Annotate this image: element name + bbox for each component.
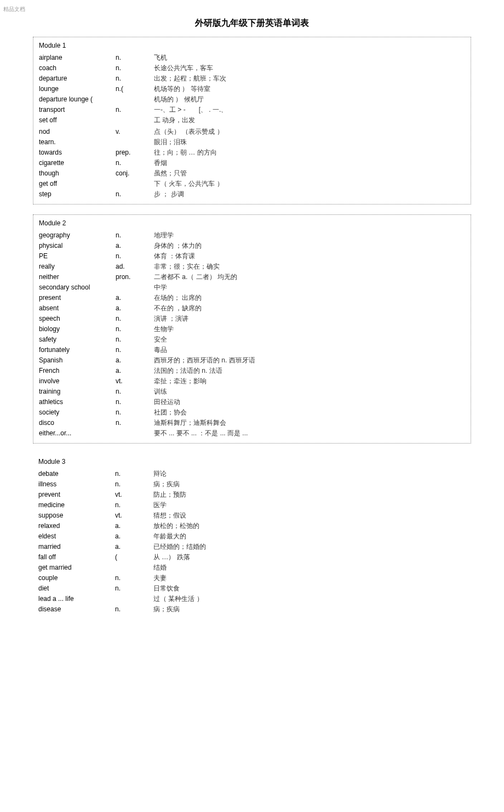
cn-cell: 西班牙的；西班牙语的 n. 西班牙语 — [154, 356, 465, 365]
vocab-row: either...or...要不 ... 要不 ... ：不是 ... 而是 .… — [39, 428, 465, 439]
cn-cell: 辩论 — [153, 469, 466, 479]
vocab-row: marrieda.已经婚的；结婚的 — [38, 542, 466, 552]
cn-cell: 身体的 ；体力的 — [154, 241, 465, 251]
word-cell: eldest — [38, 532, 115, 540]
pos-cell: n. — [115, 584, 153, 592]
word-cell: secondary school — [39, 283, 116, 291]
vocab-row: nodv.点（头） （表示赞成 ） — [39, 127, 465, 137]
vocab-row: safetyn.安全 — [39, 334, 465, 345]
pos-cell: n. — [116, 325, 154, 333]
vocab-row: stepn.步 ； 步调 — [39, 189, 465, 200]
cn-cell: 毒品 — [154, 345, 465, 355]
vocab-row: departuren.出发；起程；航班；车次 — [39, 73, 465, 84]
vocab-row: illnessn.病；疾病 — [38, 479, 466, 490]
pos-cell: n. — [116, 398, 154, 406]
vocab-row: thoughconj.虽然；只管 — [39, 168, 465, 179]
cn-cell: 迪斯科舞厅；迪斯科舞会 — [154, 418, 465, 428]
vocab-row: secondary school中学 — [39, 282, 465, 293]
module-block: Module 3debaten.辩论illnessn.病；疾病preventvt… — [33, 453, 471, 619]
cn-cell: 医学 — [153, 501, 466, 510]
pos-cell: n. — [115, 480, 153, 488]
pos-cell: prep. — [116, 149, 154, 156]
cn-cell: 机场的 ） 候机厅 — [154, 95, 465, 104]
pos-cell: n. — [115, 605, 153, 613]
pos-cell: n. — [116, 159, 154, 167]
cn-cell: 生物学 — [154, 325, 465, 334]
word-cell: though — [39, 169, 116, 177]
word-cell: medicine — [38, 501, 115, 509]
pos-cell: n. — [116, 64, 154, 72]
vocab-row: athleticsn.田径运动 — [39, 397, 465, 407]
vocab-row: couplen.夫妻 — [38, 573, 466, 583]
vocab-row: fortunatelyn.毒品 — [39, 345, 465, 355]
cn-cell: 体育 ：体育课 — [154, 252, 465, 261]
word-cell: speech — [39, 315, 116, 322]
vocab-row: Spanisha.西班牙的；西班牙语的 n. 西班牙语 — [39, 355, 465, 366]
cn-cell: 长途公共汽车，客车 — [154, 64, 465, 73]
vocab-row: coachn.长途公共汽车，客车 — [39, 63, 465, 73]
vocab-row: tearn.眼泪；泪珠 — [39, 137, 465, 147]
vocab-row: fall off(从 …） 跌落 — [38, 552, 466, 563]
vocab-row: speechn.演讲 ；演讲 — [39, 314, 465, 324]
vocab-row: geographyn.地理学 — [39, 230, 465, 241]
word-cell: tearn. — [39, 138, 116, 146]
module-title: Module 2 — [39, 218, 465, 230]
modules-container: Module 1airplanen.飞机coachn.长途公共汽车，客车depa… — [0, 37, 504, 619]
pos-cell: n. — [116, 190, 154, 198]
vocab-row: set off工 动身，出发 — [39, 115, 465, 126]
pos-cell: n. — [116, 106, 154, 113]
cn-cell: 病；疾病 — [153, 480, 466, 489]
pos-cell: a. — [116, 294, 154, 302]
word-cell: society — [39, 408, 116, 416]
word-cell: married — [38, 543, 115, 550]
pos-cell: ( — [115, 553, 153, 561]
cn-cell: 要不 ... 要不 ... ：不是 ... 而是 ... — [154, 429, 465, 438]
word-cell: really — [39, 263, 116, 270]
cn-cell: 结婚 — [153, 563, 466, 572]
word-cell: safety — [39, 336, 116, 343]
pos-cell: n. — [116, 388, 154, 395]
module-title: Module 1 — [39, 41, 465, 53]
word-cell: departure — [39, 75, 116, 82]
watermark-text: 精品文档 — [0, 0, 504, 13]
pos-cell: n. — [116, 408, 154, 416]
cn-cell: 眼泪；泪珠 — [154, 138, 465, 147]
cn-cell: 法国的；法语的 n. 法语 — [154, 366, 465, 376]
cn-cell: 香烟 — [154, 158, 465, 168]
pos-cell: n. — [116, 252, 154, 260]
vocab-row: involvevt.牵扯；牵连；影响 — [39, 376, 465, 387]
word-cell: relaxed — [38, 522, 115, 530]
word-cell: athletics — [39, 398, 116, 406]
vocab-row: departure lounge (机场的 ） 候机厅 — [39, 94, 465, 105]
word-cell: neither — [39, 273, 116, 281]
vocab-row: Frencha.法国的；法语的 n. 法语 — [39, 366, 465, 376]
word-cell: step — [39, 190, 116, 198]
word-cell: lead a ... life — [38, 595, 115, 603]
cn-cell: 非常；很；实在；确实 — [154, 262, 465, 271]
word-cell: disease — [38, 605, 115, 613]
vocab-row: medicinen.医学 — [38, 500, 466, 510]
pos-cell: vt. — [115, 512, 153, 519]
cn-cell: 演讲 ；演讲 — [154, 314, 465, 323]
pos-cell: n. — [115, 574, 153, 582]
pos-cell: a. — [115, 543, 153, 550]
cn-cell: 牵扯；牵连；影响 — [154, 377, 465, 386]
cn-cell: 防止；预防 — [153, 490, 466, 499]
cn-cell: 下（ 火车，公共汽车 ） — [154, 179, 465, 189]
pos-cell: a. — [115, 532, 153, 540]
vocab-row: airplanen.飞机 — [39, 53, 465, 63]
vocab-row: presenta.在场的； 出席的 — [39, 293, 465, 303]
vocab-row: preventvt.防止；预防 — [38, 490, 466, 500]
module-block: Module 2geographyn.地理学physicala.身体的 ；体力的… — [33, 214, 471, 444]
word-cell: suppose — [38, 512, 115, 519]
word-cell: physical — [39, 242, 116, 249]
cn-cell: 夫妻 — [153, 573, 466, 583]
vocab-row: dietn.日常饮食 — [38, 583, 466, 594]
vocab-row: PEn.体育 ：体育课 — [39, 251, 465, 262]
pos-cell: n. — [116, 315, 154, 322]
pos-cell: n. — [116, 231, 154, 239]
pos-cell: pron. — [116, 273, 154, 281]
pos-cell: a. — [116, 242, 154, 249]
cn-cell: 出发；起程；航班；车次 — [154, 74, 465, 83]
pos-cell: n. — [115, 501, 153, 509]
